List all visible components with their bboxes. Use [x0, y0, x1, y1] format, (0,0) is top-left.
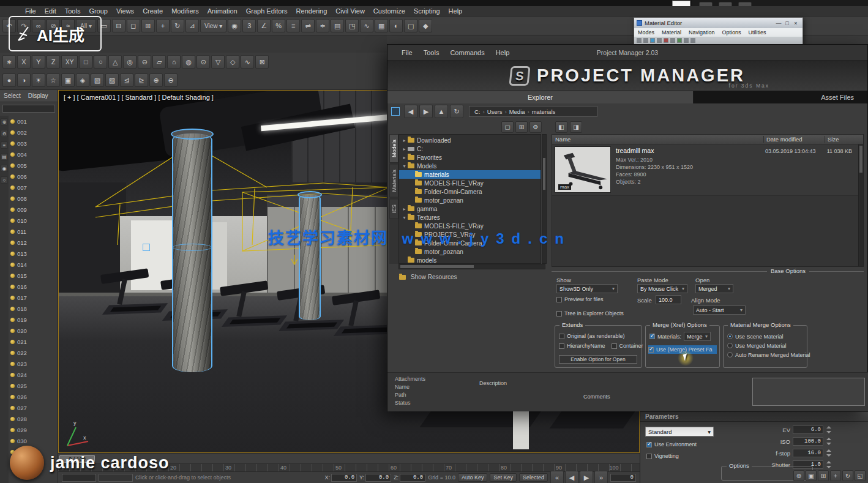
- scene-item-001[interactable]: 001: [9, 116, 58, 127]
- tab-explorer[interactable]: Explorer: [387, 91, 694, 103]
- menu-create[interactable]: Create: [138, 7, 167, 15]
- side-tab-ies[interactable]: IES: [389, 199, 398, 219]
- tree-item-models[interactable]: ▾Models: [399, 162, 541, 170]
- scene-item-006[interactable]: 006: [9, 171, 58, 182]
- omni-light-icon[interactable]: ●: [2, 73, 16, 87]
- column-name[interactable]: Name: [552, 136, 764, 143]
- scene-item-022[interactable]: 022: [9, 347, 58, 358]
- explorer-tab-select[interactable]: Select: [0, 92, 24, 99]
- checkbox-row-materials[interactable]: Materials:: [649, 332, 681, 341]
- me-toolbar-icon[interactable]: [690, 38, 695, 43]
- expand-arrow-icon[interactable]: ▸: [402, 206, 407, 212]
- paste-mode-dropdown[interactable]: By Mouse Click▾: [637, 284, 687, 293]
- checkbox[interactable]: [559, 334, 564, 339]
- side-tab-models[interactable]: Models: [389, 134, 398, 163]
- attach-icon[interactable]: ⊕: [149, 73, 163, 87]
- scene-item-005[interactable]: 005: [9, 160, 58, 171]
- back-button[interactable]: ◀: [404, 105, 417, 118]
- viewport-label[interactable]: [ + ] [ Camera001 ] [ Standard ] [ Defau…: [64, 94, 214, 101]
- scene-item-007[interactable]: 007: [9, 182, 58, 193]
- scene-item-004[interactable]: 004: [9, 149, 58, 160]
- target-camera-icon[interactable]: ◈: [76, 73, 89, 87]
- menu-help[interactable]: Help: [444, 7, 467, 15]
- tube-primitive-icon[interactable]: ◍: [182, 55, 195, 69]
- add-layer-icon[interactable]: ⊕: [1, 118, 8, 125]
- go-start-button[interactable]: «: [550, 471, 564, 483]
- scrollbar-thumb[interactable]: [543, 158, 545, 190]
- radio-row-auto-rename-merged-material[interactable]: Auto Rename Merged Material: [727, 350, 810, 359]
- tree-item-c[interactable]: ▸C:: [399, 144, 541, 153]
- checkbox[interactable]: [646, 454, 652, 459]
- curve-editor-icon[interactable]: ∿: [360, 19, 373, 32]
- sky-light-icon[interactable]: ☆: [47, 73, 60, 87]
- breadcrumb-users[interactable]: Users: [485, 108, 505, 115]
- compass-helper-icon[interactable]: ⊵: [135, 73, 148, 87]
- zoom-extents-icon[interactable]: ▣: [806, 470, 817, 481]
- scene-item-025[interactable]: 025: [9, 380, 58, 391]
- render-icon[interactable]: ◆: [419, 19, 432, 32]
- comments-box[interactable]: [752, 378, 865, 406]
- checkbox-row-hierarchyname[interactable]: HierarchyName: [559, 342, 605, 350]
- schematic-view-icon[interactable]: ▦: [375, 19, 388, 32]
- current-frame-field[interactable]: 0: [610, 474, 636, 482]
- tab-asset-files[interactable]: Asset Files: [694, 91, 867, 103]
- checkbox-row-vignetting[interactable]: Vignetting: [646, 452, 697, 460]
- me-toolbar-icon[interactable]: [684, 38, 689, 43]
- scene-item-010[interactable]: 010: [9, 215, 58, 226]
- scene-item-016[interactable]: 016: [9, 281, 58, 292]
- column-date-modified[interactable]: Date modified: [764, 136, 825, 143]
- window-crossing-icon[interactable]: ⊞: [141, 19, 155, 32]
- zoom-icon[interactable]: ⊕: [793, 470, 804, 481]
- scene-item-009[interactable]: 009: [9, 204, 58, 215]
- window-control-item[interactable]: ×: [791, 20, 800, 26]
- me-menu-navigation[interactable]: Navigation: [685, 29, 719, 36]
- scene-item-017[interactable]: 017: [9, 292, 58, 303]
- checkbox[interactable]: [559, 343, 564, 349]
- scene-item-023[interactable]: 023: [9, 358, 58, 369]
- menu-modifiers[interactable]: Modifiers: [167, 7, 203, 15]
- me-toolbar-icon[interactable]: [650, 38, 655, 43]
- key-filter-dropdown[interactable]: Selected: [519, 473, 548, 482]
- expand-arrow-icon[interactable]: ▸: [402, 146, 407, 152]
- percent-snap-icon[interactable]: %: [272, 19, 285, 32]
- scene-item-011[interactable]: 011: [9, 226, 58, 237]
- zoom-region-icon[interactable]: ⊞: [818, 470, 829, 481]
- pyramid-primitive-icon[interactable]: ▽: [211, 55, 225, 69]
- capsule-primitive-icon[interactable]: ◇: [226, 55, 239, 69]
- file-thumbnail[interactable]: max: [555, 146, 611, 193]
- radio-button[interactable]: [727, 334, 733, 339]
- menu-tools[interactable]: Tools: [61, 7, 85, 15]
- maximize-viewport-icon[interactable]: ◱: [855, 470, 866, 481]
- pm-home-icon[interactable]: [391, 107, 400, 116]
- menu-group[interactable]: Group: [84, 7, 112, 15]
- radio-row-use-merged-material[interactable]: Use Merged Material: [727, 341, 810, 350]
- grid-helper-icon[interactable]: ▧: [91, 73, 104, 87]
- scene-item-027[interactable]: 027: [9, 402, 58, 413]
- me-menu-material[interactable]: Material: [658, 29, 685, 36]
- tape-helper-icon[interactable]: ▨: [105, 73, 119, 87]
- axis-x-icon[interactable]: X: [17, 55, 31, 69]
- select-rotate-icon[interactable]: ↻: [171, 19, 184, 32]
- me-toolbar-icon[interactable]: [643, 38, 648, 43]
- pm-menu-tools[interactable]: Tools: [418, 49, 445, 56]
- tree-item-models-file-vray[interactable]: MODELS-FILE_VRay: [399, 179, 541, 187]
- param-field[interactable]: 6.0: [793, 425, 823, 434]
- concrete-column-selected[interactable]: [172, 133, 212, 372]
- refresh-button[interactable]: ↻: [450, 105, 463, 118]
- extended-primitive-icon[interactable]: ⊠: [255, 55, 269, 69]
- window-control-item[interactable]: —: [774, 20, 783, 26]
- checkbox-row-use-environment[interactable]: Use Environment: [646, 440, 697, 449]
- prev-frame-button[interactable]: ◀: [565, 471, 578, 483]
- me-menu-utilities[interactable]: Utilities: [745, 29, 770, 36]
- list-view-icon[interactable]: ≡: [1, 141, 8, 149]
- checkbox[interactable]: [646, 442, 652, 447]
- tree-item-models[interactable]: models: [399, 256, 541, 264]
- open-dropdown[interactable]: Merged▾: [695, 284, 733, 293]
- scene-item-020[interactable]: 020: [9, 325, 58, 336]
- forward-button[interactable]: ▶: [419, 105, 433, 118]
- tree-item-textures[interactable]: ▾Textures: [399, 213, 541, 222]
- scrollbar-thumb[interactable]: [400, 265, 474, 268]
- align-icon[interactable]: ≑: [316, 19, 329, 32]
- merge-dropdown[interactable]: Merge▾: [684, 332, 711, 341]
- param-field[interactable]: 100.0: [793, 437, 823, 446]
